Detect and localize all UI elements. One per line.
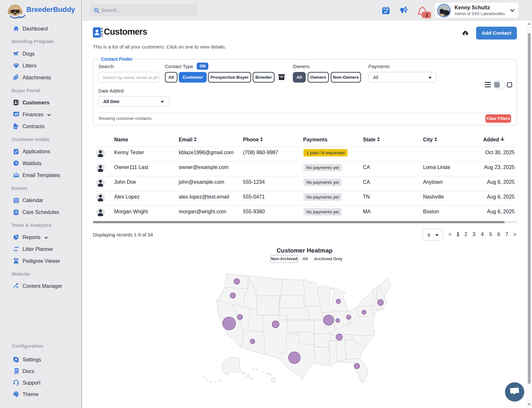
svg-text:$: $ xyxy=(14,113,16,116)
svg-text:2: 2 xyxy=(426,12,428,18)
